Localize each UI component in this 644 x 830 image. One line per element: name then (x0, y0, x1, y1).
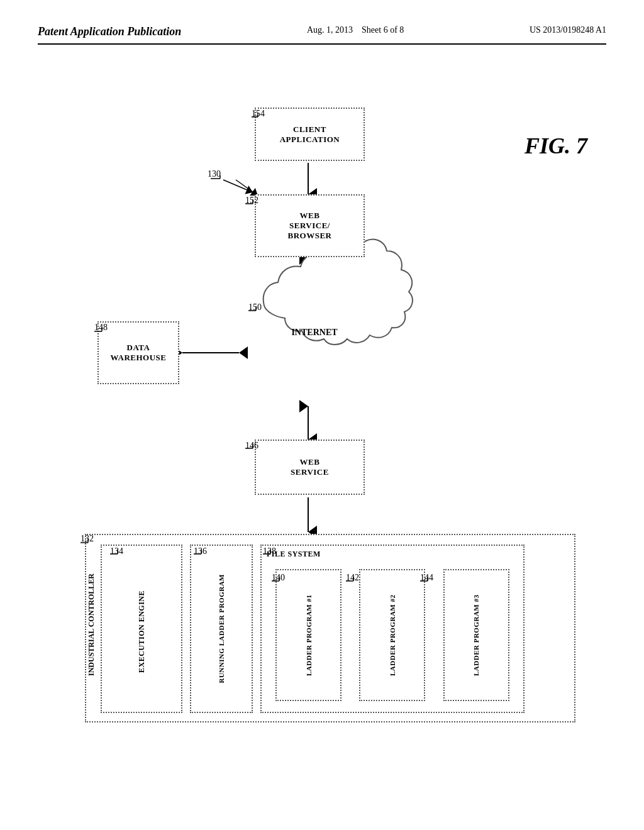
svg-line-10 (236, 180, 258, 196)
publication-label: Patent Application Publication (38, 25, 181, 38)
ref-154: 154 (252, 109, 265, 119)
patent-number: US 2013/0198248 A1 (530, 25, 606, 35)
ladder-program-1-label: LADDER PROGRAM #1 (305, 570, 313, 700)
ref-146: 146 (245, 441, 258, 451)
file-system-box: FILE SYSTEM LADDER PROGRAM #1 LADDER PRO… (260, 545, 525, 713)
ref-136: 136 (194, 546, 207, 556)
ref-150: 150 (248, 302, 262, 313)
fig-label: FIG. 7 (525, 133, 587, 159)
diagram: FIG. 7 (38, 57, 606, 780)
ref-144: 144 (420, 573, 433, 583)
ladder-program-3-label: LADDER PROGRAM #3 (472, 570, 480, 700)
client-application-box: CLIENT APPLICATION (255, 108, 365, 161)
ref-130: 130 (208, 169, 221, 179)
ref-134: 134 (110, 546, 123, 556)
execution-engine-label: EXECUTION ENGINE (137, 551, 147, 712)
page: Patent Application Publication Aug. 1, 2… (0, 0, 644, 830)
running-ladder-program-label: RUNNING LADDER PROGRAM (218, 574, 225, 683)
industrial-controller-label: INDUSTRIAL CONTROLLER (87, 536, 96, 712)
ladder-program-1-box: LADDER PROGRAM #1 (275, 569, 341, 701)
web-service-browser-box: WEB SERVICE/ BROWSER (255, 194, 365, 257)
internet-label: INTERNET (289, 328, 340, 338)
ref-152: 152 (245, 196, 258, 206)
data-warehouse-box: DATA WAREHOUSE (97, 321, 179, 384)
sheet-info: Aug. 1, 2013 Sheet 6 of 8 (307, 25, 404, 35)
svg-line-35 (223, 180, 253, 192)
web-service-box: WEB SERVICE (255, 440, 365, 495)
ref-140: 140 (272, 573, 285, 583)
ref-138: 138 (263, 546, 276, 556)
ref-132: 132 (80, 534, 94, 544)
ladder-program-2-box: LADDER PROGRAM #2 (359, 569, 425, 701)
ladder-program-2-label: LADDER PROGRAM #2 (389, 570, 396, 700)
execution-engine-box: EXECUTION ENGINE (101, 545, 182, 713)
ref-142: 142 (346, 573, 359, 583)
page-header: Patent Application Publication Aug. 1, 2… (38, 25, 606, 45)
running-ladder-program-box: RUNNING LADDER PROGRAM (190, 545, 253, 713)
ref-148: 148 (94, 323, 108, 333)
ladder-program-3-box: LADDER PROGRAM #3 (443, 569, 509, 701)
